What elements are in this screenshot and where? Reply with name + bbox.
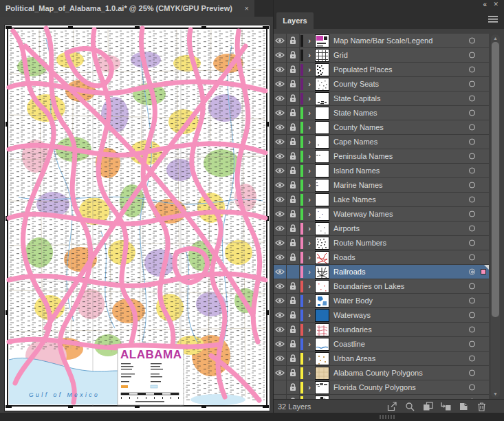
expand-arrow[interactable]: › xyxy=(304,337,315,351)
lock-toggle[interactable] xyxy=(287,222,300,235)
visibility-toggle[interactable] xyxy=(274,91,287,105)
lock-toggle[interactable] xyxy=(287,48,300,62)
visibility-toggle[interactable] xyxy=(274,395,287,399)
layer-name[interactable]: Roads xyxy=(333,253,489,261)
vertical-scrollbar[interactable]: ▲ ▼ xyxy=(491,34,500,398)
expand-arrow[interactable]: › xyxy=(304,250,315,264)
layer-row-boundaries-on-lakes[interactable]: › Boundaries on Lakes xyxy=(274,279,489,294)
target-circle[interactable] xyxy=(468,65,476,74)
target-circle[interactable] xyxy=(468,296,476,305)
expand-arrow[interactable]: › xyxy=(304,120,315,134)
layer-name[interactable]: Populated Places xyxy=(333,65,489,74)
layer-name[interactable]: State Names xyxy=(333,109,489,117)
layer-name[interactable]: Georgia County Polygons xyxy=(333,398,489,399)
layer-row-airports[interactable]: › Airports xyxy=(274,222,489,236)
layer-row-waterways[interactable]: › Waterways xyxy=(274,308,489,323)
visibility-toggle[interactable] xyxy=(274,135,287,149)
layer-row-lake-names[interactable]: › Lake Names xyxy=(274,193,489,207)
visibility-toggle[interactable] xyxy=(274,77,287,91)
lock-toggle[interactable] xyxy=(287,193,300,206)
expand-arrow[interactable]: › xyxy=(304,149,315,163)
target-circle[interactable] xyxy=(468,354,476,363)
expand-arrow[interactable]: › xyxy=(304,222,315,235)
layer-row-peninsula-names[interactable]: › Peninsula Names xyxy=(274,149,489,164)
target-circle[interactable] xyxy=(468,36,476,45)
visibility-toggle[interactable] xyxy=(274,323,287,336)
lock-toggle[interactable] xyxy=(287,352,300,365)
visibility-toggle[interactable] xyxy=(274,236,287,250)
expand-arrow[interactable]: › xyxy=(304,106,315,120)
lock-toggle[interactable] xyxy=(287,279,300,293)
target-circle[interactable] xyxy=(468,282,476,291)
target-circle[interactable] xyxy=(468,340,476,349)
lock-toggle[interactable] xyxy=(287,366,300,380)
layer-row-roads[interactable]: › Roads xyxy=(274,250,489,265)
target-circle[interactable] xyxy=(468,253,476,262)
target-circle[interactable] xyxy=(468,210,476,219)
visibility-toggle[interactable] xyxy=(274,149,287,163)
lock-toggle[interactable] xyxy=(287,63,300,76)
close-panel-icon[interactable]: ✕ xyxy=(493,1,498,8)
layer-name[interactable]: Route Numbers xyxy=(333,239,489,247)
visibility-toggle[interactable] xyxy=(274,63,287,76)
layer-row-marine-names[interactable]: › Marine Names xyxy=(274,178,489,193)
expand-arrow[interactable]: › xyxy=(304,135,315,149)
target-circle[interactable] xyxy=(468,109,476,118)
layer-name[interactable]: Lake Names xyxy=(333,195,489,204)
layer-row-island-names[interactable]: › Island Names xyxy=(274,164,489,178)
visibility-toggle[interactable] xyxy=(274,294,287,307)
tab-layers[interactable]: Layers xyxy=(276,12,314,29)
layer-name[interactable]: Florida County Polygons xyxy=(333,383,489,391)
expand-arrow[interactable]: › xyxy=(304,34,315,47)
collapse-panel-icon[interactable]: « xyxy=(483,1,486,8)
visibility-toggle[interactable] xyxy=(274,308,287,322)
expand-arrow[interactable]: › xyxy=(304,366,315,380)
layer-name[interactable]: Map Name/Bar Scale/Legend xyxy=(333,36,489,45)
lock-toggle[interactable] xyxy=(287,106,300,120)
layer-row-county-names[interactable]: › County Names xyxy=(274,120,489,135)
lock-toggle[interactable] xyxy=(287,135,300,149)
layer-row-county-seats[interactable]: › County Seats xyxy=(274,77,489,91)
layer-name[interactable]: Alabama County Polygons xyxy=(333,369,489,377)
lock-toggle[interactable] xyxy=(287,308,300,322)
layer-name[interactable]: County Seats xyxy=(333,80,489,88)
scroll-up-arrow[interactable]: ▲ xyxy=(491,34,500,42)
lock-toggle[interactable] xyxy=(287,34,300,47)
expand-arrow[interactable]: › xyxy=(304,164,315,177)
lock-toggle[interactable] xyxy=(287,149,300,163)
target-circle[interactable] xyxy=(468,181,476,190)
visibility-toggle[interactable] xyxy=(274,352,287,365)
lock-toggle[interactable] xyxy=(287,164,300,177)
layer-name[interactable]: Peninsula Names xyxy=(333,152,489,160)
layer-name[interactable]: Marine Names xyxy=(333,181,489,189)
expand-arrow[interactable]: › xyxy=(304,323,315,336)
target-circle[interactable] xyxy=(468,311,476,320)
visibility-toggle[interactable] xyxy=(274,207,287,221)
visibility-toggle[interactable] xyxy=(274,380,287,394)
layer-name[interactable]: State Capitals xyxy=(333,94,489,102)
target-circle[interactable] xyxy=(468,195,476,204)
target-circle[interactable] xyxy=(468,239,476,248)
visibility-toggle[interactable] xyxy=(274,265,287,279)
lock-toggle[interactable] xyxy=(287,250,300,264)
target-circle[interactable] xyxy=(468,166,476,175)
target-circle[interactable] xyxy=(468,138,476,147)
layer-name[interactable]: Water Body xyxy=(333,296,489,305)
layer-name[interactable]: Boundaries on Lakes xyxy=(333,282,489,290)
layer-name[interactable]: Waterways xyxy=(333,311,489,319)
visibility-toggle[interactable] xyxy=(274,106,287,120)
visibility-toggle[interactable] xyxy=(274,337,287,351)
scrollbar-thumb[interactable] xyxy=(492,42,499,317)
expand-arrow[interactable]: › xyxy=(304,77,315,91)
target-circle[interactable] xyxy=(468,398,476,400)
target-circle[interactable] xyxy=(468,325,476,334)
lock-toggle[interactable] xyxy=(287,265,300,279)
expand-arrow[interactable]: › xyxy=(304,380,315,394)
scroll-down-arrow[interactable]: ▼ xyxy=(491,390,500,398)
layer-row-waterway-names[interactable]: › Waterway Names xyxy=(274,207,489,222)
visibility-toggle[interactable] xyxy=(274,250,287,264)
panel-menu-icon[interactable] xyxy=(488,13,498,25)
layer-name[interactable]: Railroads xyxy=(333,268,489,276)
layer-row-urban-areas[interactable]: › Urban Areas xyxy=(274,352,489,366)
lock-toggle[interactable] xyxy=(287,91,300,105)
